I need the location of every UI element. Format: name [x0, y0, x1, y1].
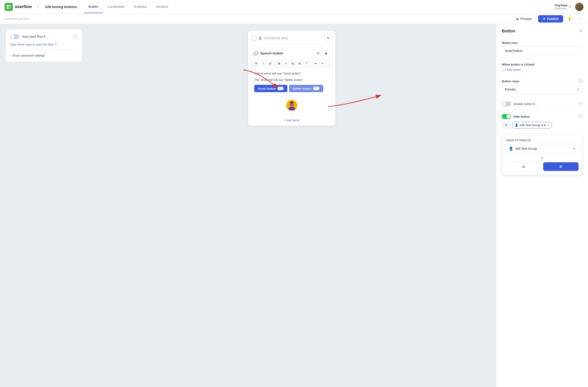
- workspace-info[interactable]: TinyTime Production ▼: [554, 4, 572, 10]
- more-formatting-button[interactable]: •••: [313, 61, 319, 66]
- auto-start-left: Auto-start flow if...: [10, 34, 48, 39]
- disable-toggle-knob: [502, 102, 506, 106]
- svg-point-6: [289, 107, 295, 110]
- panel-title: Button: [502, 29, 515, 34]
- link-button[interactable]: 🔗: [267, 61, 273, 66]
- h1-button[interactable]: H1: [290, 61, 296, 66]
- better-button-toggle[interactable]: [313, 87, 319, 90]
- button-style-help-icon[interactable]: ?: [578, 79, 583, 83]
- ordered-list-button[interactable]: ≣: [276, 61, 282, 66]
- unordered-list-button[interactable]: ≡: [283, 61, 289, 66]
- button-text-section: Button text: [496, 38, 588, 59]
- better-toggle-knob-mini: [316, 87, 319, 90]
- character-avatar: [285, 98, 299, 112]
- advanced-settings-label: Show advanced settings: [12, 54, 45, 57]
- top-nav: userflow ← A/B testing buttons Builder L…: [0, 0, 588, 14]
- chevron-down-icon: ▼: [569, 5, 571, 8]
- svg-point-8: [291, 103, 291, 104]
- tab-localization[interactable]: Localization: [103, 1, 129, 13]
- when-clicked-label: When button is clicked: [502, 63, 583, 66]
- svg-rect-1: [9, 5, 11, 7]
- option-b-button[interactable]: B: [543, 162, 579, 171]
- bubble-title: Speech bubble: [260, 51, 313, 55]
- when-clicked-section: When button is clicked + + Add action: [496, 59, 588, 75]
- bubble-text-2: The other half will see "Better button".: [254, 78, 329, 82]
- disable-toggle-row: Disable button if... ?: [502, 101, 583, 106]
- button-text-input[interactable]: [502, 46, 583, 55]
- logo[interactable]: userflow: [5, 3, 32, 11]
- button-text-label: Button text: [502, 41, 583, 45]
- bubble-header: 💬 Speech bubble ⚙ ▶: [251, 48, 332, 59]
- step-checkbox[interactable]: [252, 36, 257, 41]
- insert-button[interactable]: +: [319, 61, 325, 66]
- settings-card: Auto-start flow if... ? View other ways …: [5, 29, 82, 62]
- button-style-select[interactable]: Primary Secondary Danger: [502, 85, 583, 94]
- view-ways-link[interactable]: View other ways to start this flow ↗: [10, 43, 77, 46]
- tab-builder[interactable]: Builder: [84, 1, 103, 13]
- user-icon: 👤: [515, 123, 518, 127]
- svg-rect-2: [7, 7, 8, 9]
- add-action-button[interactable]: + + Add action: [502, 68, 583, 71]
- right-panel-header: Button ✕: [496, 24, 588, 38]
- dropdown-chevron-icon: ▼: [573, 147, 576, 150]
- auto-start-toggle[interactable]: [10, 34, 19, 39]
- tab-versions[interactable]: Versions: [151, 1, 173, 13]
- svg-rect-3: [9, 7, 11, 9]
- back-button[interactable]: ←: [35, 3, 42, 10]
- italic-button[interactable]: I: [260, 61, 266, 66]
- speech-bubble-block: 💬 Speech bubble ⚙ ▶ B I 🔗 ≣ ≡: [251, 48, 333, 96]
- play-button[interactable]: ▶: [323, 50, 330, 57]
- bubble-text-1: Half of users will see "Good button".: [254, 71, 329, 76]
- settings-button[interactable]: ⚙: [315, 50, 321, 57]
- logo-text: userflow: [15, 4, 32, 9]
- canvas-area: 1. Unnamed step ⚑ 💬 Speech bubble ⚙ ▶: [87, 24, 496, 387]
- tab-analytics[interactable]: Analytics: [129, 1, 151, 13]
- ab-buttons: A B: [506, 162, 579, 171]
- disable-button-help-icon[interactable]: ?: [578, 102, 583, 106]
- preview-button[interactable]: ▶ Preview: [513, 15, 536, 22]
- hide-button-row: Hide button ?: [502, 114, 583, 119]
- editor-toolbar: B I 🔗 ≣ ≡ H1 H2 ❝ ••• +: [251, 59, 332, 68]
- disable-button-toggle[interactable]: [502, 101, 511, 106]
- step-name: Unnamed step: [264, 36, 288, 40]
- nav-tabs: Builder Localization Analytics Versions: [84, 1, 173, 13]
- better-button-label: Better button: [293, 87, 312, 90]
- bubble-actions: ⚙ ▶: [315, 50, 330, 57]
- logo-area: userflow ← A/B testing buttons: [5, 3, 77, 11]
- add-action-label: + Add action: [504, 68, 521, 71]
- toggle-knob: [11, 35, 15, 39]
- add-block-label: + Add block: [284, 119, 299, 122]
- auto-start-row: Auto-start flow if... ?: [10, 34, 77, 39]
- button-style-label: Button style: [502, 80, 519, 83]
- plus-icon: +: [502, 68, 504, 71]
- avatar[interactable]: [575, 3, 583, 11]
- advanced-settings-toggle[interactable]: › Show advanced settings: [10, 54, 77, 57]
- toggle-knob-mini: [280, 87, 283, 90]
- publish-button[interactable]: ✈ Publish: [538, 15, 563, 22]
- bubble-content: Half of users will see "Good button". Th…: [251, 68, 332, 95]
- bold-button[interactable]: B: [253, 61, 259, 66]
- more-options-button[interactable]: ⋯: [576, 15, 583, 22]
- svg-point-9: [292, 103, 293, 104]
- better-button[interactable]: Better button: [289, 85, 323, 92]
- add-block-row[interactable]: + Add block: [248, 115, 335, 126]
- option-a-button[interactable]: A: [506, 162, 541, 171]
- auto-start-help-icon[interactable]: ?: [73, 35, 77, 39]
- logo-icon: [5, 3, 13, 11]
- h2-button[interactable]: H2: [297, 61, 303, 66]
- condition-tag[interactable]: 👤 A/B Test Group is B ✕: [512, 122, 552, 128]
- condition-remove-button[interactable]: ✕: [547, 124, 549, 127]
- workspace-env: Production: [554, 7, 567, 10]
- lightbulb-button[interactable]: 💡: [566, 15, 573, 22]
- good-button[interactable]: Good button: [254, 85, 287, 92]
- hide-button-toggle[interactable]: [502, 114, 511, 119]
- hide-button-help-icon[interactable]: ?: [578, 114, 583, 119]
- quote-button[interactable]: ❝: [304, 61, 310, 66]
- hide-button-section: Hide button ? If 👤 A/B Test Group is B ✕: [496, 110, 588, 132]
- close-button[interactable]: ✕: [579, 28, 583, 34]
- good-button-toggle[interactable]: [277, 87, 284, 90]
- preview-label: Preview: [520, 17, 532, 21]
- flag-button[interactable]: ⚑: [324, 35, 332, 42]
- disable-button-section: Disable button if... ?: [496, 98, 588, 110]
- attribute-select-row[interactable]: 👤 A/B Test Group ▼: [506, 144, 579, 153]
